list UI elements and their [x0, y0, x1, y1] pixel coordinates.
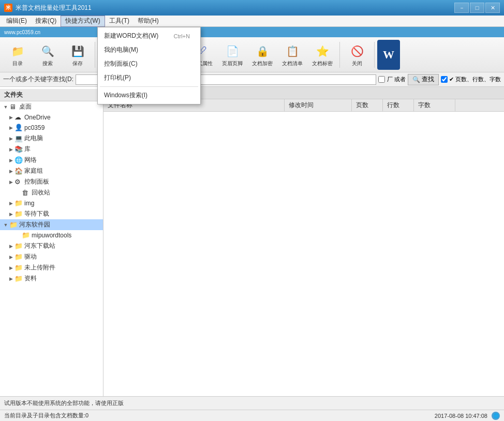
- toolbar-search-button[interactable]: 🔍 搜索: [33, 40, 62, 70]
- page-count-checkbox[interactable]: [441, 76, 448, 83]
- tree-item-hedong[interactable]: ▼ 📁 河东软件园: [0, 219, 103, 230]
- expand-icon: ▶: [7, 135, 14, 142]
- tree-item-download[interactable]: ▶ 📁 等待下载: [0, 208, 103, 219]
- app-icon: 米: [4, 4, 12, 12]
- tree-item-driver[interactable]: ▶ 📁 驱动: [0, 251, 103, 262]
- main-area: 文件夹 ▼ 🖥 桌面 ▶ ☁ OneDrive ▶ 👤 pc0359 ▶ 💻 此…: [0, 87, 504, 396]
- logo-bar: www.pc0359.cn: [0, 27, 504, 37]
- tree-item-desktop[interactable]: ▼ 🖥 桌面: [0, 101, 103, 112]
- minimize-button[interactable]: －: [454, 3, 469, 13]
- menu-bar: 编辑(E) 搜索(Q) 快捷方式(W) 工具(T) 帮助(H): [0, 16, 504, 27]
- header-label: 页眉页脚: [222, 61, 243, 67]
- tree-label: 未上传附件: [24, 263, 55, 272]
- sidebar: 文件夹 ▼ 🖥 桌面 ▶ ☁ OneDrive ▶ 👤 pc0359 ▶ 💻 此…: [0, 87, 103, 396]
- tree-label: 驱动: [24, 252, 37, 261]
- table-body: [103, 112, 504, 319]
- toolbar-close-button[interactable]: 🚫 关闭: [343, 40, 372, 70]
- toolbar-dir-button[interactable]: 📁 目录: [3, 40, 32, 70]
- printer-label: 打印机(P): [104, 73, 131, 82]
- search-options: 厂 或者: [378, 76, 406, 83]
- stamp-label: 文档标密: [312, 61, 333, 67]
- tree-label: 河东下载站: [24, 242, 55, 250]
- toolbar-word-button[interactable]: W: [377, 40, 400, 70]
- col-lines: 行数: [383, 99, 414, 111]
- tree-item-img[interactable]: ▶ 📁 img: [0, 198, 103, 208]
- toolbar-separator-2: [339, 42, 340, 68]
- tree-item-homegroup[interactable]: ▶ 🏠 家庭组: [0, 166, 103, 176]
- tree-item-uploads[interactable]: ▶ 📁 未上传附件: [0, 262, 103, 273]
- toolbar-save-button[interactable]: 💾 保存: [63, 40, 92, 70]
- expand-icon: ▶: [7, 243, 14, 250]
- user-icon: 👤: [14, 124, 23, 132]
- expand-icon: ▶: [7, 114, 14, 121]
- expand-icon: [14, 232, 22, 239]
- tree-item-network[interactable]: ▶ 🌐 网络: [0, 155, 103, 166]
- dropdown-windows-search[interactable]: Windows搜索(I): [98, 88, 200, 102]
- menu-item-search[interactable]: 搜索(Q): [31, 16, 61, 27]
- encrypt-icon: 🔒: [254, 43, 271, 59]
- tree-item-this-pc[interactable]: ▶ 💻 此电脑: [0, 133, 103, 144]
- trial-text: 试用版本不能使用系统的全部功能，请使用正版: [4, 399, 124, 407]
- shortcut-dropdown-menu: 新建WORD文档(W) Ctrl+N 我的电脑(M) 控制面板(C) 打印机(P…: [97, 27, 201, 104]
- toolbar-encrypt-button[interactable]: 🔒 文档加密: [248, 40, 277, 70]
- tree-label: 桌面: [19, 102, 32, 111]
- toolbar-list-button[interactable]: 📋 文档清单: [278, 40, 307, 70]
- expand-icon: ▶: [7, 264, 14, 272]
- menu-item-shortcut[interactable]: 快捷方式(W): [61, 16, 105, 27]
- expand-icon: ▶: [7, 146, 14, 153]
- tree-item-recycle[interactable]: 🗑 回收站: [0, 187, 103, 198]
- title-controls: － □ ✕: [454, 3, 500, 13]
- tree-item-mipuwordtools[interactable]: 📁 mipuwordtools: [0, 230, 103, 240]
- toolbar-stamp-button[interactable]: ⭐ 文档标密: [308, 40, 337, 70]
- control-panel-label: 控制面板(C): [104, 59, 138, 68]
- maximize-button[interactable]: □: [470, 3, 484, 13]
- page-count-options: ✔ 页数、行数、字数: [441, 76, 501, 83]
- tree-item-control[interactable]: ▶ ⚙ 控制面板: [0, 176, 103, 187]
- logo-text: www.pc0359.cn: [4, 29, 40, 35]
- dropdown-printer[interactable]: 打印机(P): [98, 71, 200, 85]
- list-icon: 📋: [284, 43, 301, 59]
- new-word-shortcut: Ctrl+N: [174, 33, 190, 39]
- expand-icon: ▼: [2, 103, 9, 111]
- dropdown-new-word[interactable]: 新建WORD文档(W) Ctrl+N: [98, 29, 200, 43]
- dropdown-separator: [100, 86, 198, 87]
- tree-label: 网络: [24, 156, 37, 164]
- toolbar-header-button[interactable]: 📄 页眉页脚: [218, 40, 247, 70]
- title-bar: 米 米普文档批量处理工具2011 － □ ✕: [0, 0, 504, 16]
- dropdown-control-panel[interactable]: 控制面板(C): [98, 57, 200, 71]
- col-pages: 页数: [352, 99, 383, 111]
- status-right: 2017-08-08 10:47:08 🌐: [435, 412, 500, 420]
- menu-item-tools[interactable]: 工具(T): [105, 16, 134, 27]
- close-button[interactable]: ✕: [485, 3, 500, 13]
- search-checkbox[interactable]: [378, 76, 385, 83]
- title-text: 米普文档批量处理工具2011: [16, 4, 92, 12]
- tree-label: 回收站: [32, 188, 50, 197]
- menu-item-edit[interactable]: 编辑(E): [2, 16, 31, 27]
- expand-icon: ▶: [7, 168, 14, 175]
- expand-icon: ▶: [7, 253, 14, 261]
- tree-item-hedong-dl[interactable]: ▶ 📁 河东下载站: [0, 240, 103, 251]
- toolbar-separator-1: [95, 42, 95, 68]
- expand-icon: ▶: [7, 124, 14, 131]
- expand-icon: ▶: [7, 200, 14, 207]
- word-icon: W: [380, 47, 397, 63]
- expand-icon: [14, 189, 22, 197]
- or-label: 厂 或者: [387, 76, 406, 83]
- content-table: 文件名称 修改时间 页数 行数 字数: [103, 99, 504, 396]
- menu-item-help[interactable]: 帮助(H): [134, 16, 163, 27]
- tree-label: 家庭组: [24, 167, 43, 175]
- search-bar-label: 一个或多个关键字查找(D:: [3, 75, 73, 84]
- stamp-icon: ⭐: [314, 43, 331, 59]
- folder-icon: 📁: [22, 231, 30, 239]
- search-button[interactable]: 🔍 查找: [408, 74, 439, 85]
- tree-item-pc0359[interactable]: ▶ 👤 pc0359: [0, 123, 103, 133]
- tree-item-lib[interactable]: ▶ 📚 库: [0, 144, 103, 155]
- dir-icon: 📁: [9, 43, 26, 59]
- my-pc-label: 我的电脑(M): [104, 46, 138, 54]
- tree-item-onedrive[interactable]: ▶ ☁ OneDrive: [0, 112, 103, 123]
- dropdown-my-pc[interactable]: 我的电脑(M): [98, 43, 200, 57]
- tree-item-data[interactable]: ▶ 📁 资料: [0, 273, 103, 284]
- new-word-label: 新建WORD文档(W): [104, 32, 158, 40]
- expand-icon: ▶: [7, 178, 14, 186]
- folder-icon: 📁: [14, 242, 23, 250]
